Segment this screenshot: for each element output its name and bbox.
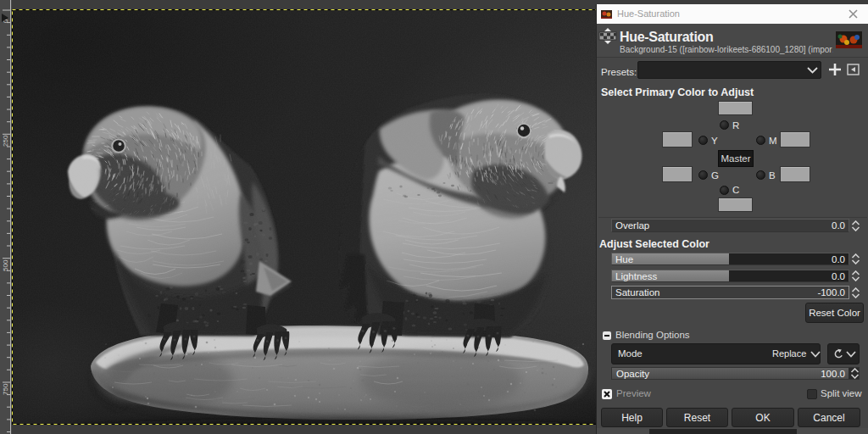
svg-text:250: 250 [2, 135, 9, 147]
svg-text:500: 500 [2, 259, 9, 271]
svg-text:750: 750 [2, 383, 9, 395]
